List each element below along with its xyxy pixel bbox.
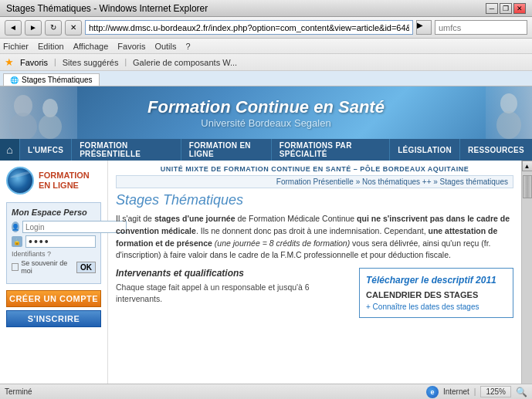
status-done: Terminé xyxy=(5,387,426,396)
col-left: Intervenants et qualifications Chaque st… xyxy=(116,268,351,318)
nav-home-button[interactable]: ⌂ xyxy=(0,139,19,161)
user-icon: 👤 xyxy=(12,221,19,232)
ok-button[interactable]: OK xyxy=(76,262,96,273)
nav-ressources[interactable]: RESSOURCES xyxy=(459,139,532,161)
menu-favoris[interactable]: Favoris xyxy=(117,42,145,51)
menu-outils[interactable]: Outils xyxy=(154,42,176,51)
stop-button[interactable]: ✕ xyxy=(65,20,82,36)
login-row: 👤 xyxy=(12,221,96,233)
remember-checkbox[interactable] xyxy=(12,263,19,271)
minimize-button[interactable]: ─ xyxy=(486,3,498,14)
zoom-level: 125% xyxy=(480,386,511,397)
favorites-star-icon: ★ xyxy=(5,56,14,68)
telecharger-title[interactable]: Télécharger le descriptif 2011 xyxy=(366,275,507,286)
calendrier-link[interactable]: + Connaître les dates des stages xyxy=(366,303,507,311)
header-main-title: Formation Continue en Santé xyxy=(0,97,532,117)
back-button[interactable]: ◄ xyxy=(5,20,22,36)
tab-bar: 🌐 Stages Thématiques xyxy=(0,71,532,86)
menu-edition[interactable]: Edition xyxy=(38,42,64,51)
browser-toolbar: ◄ ► ↻ ✕ ▶ xyxy=(0,17,532,39)
page-wrapper: Formation Continue en Santé Université B… xyxy=(0,86,532,399)
sinscrire-button[interactable]: S'inscrire xyxy=(6,310,101,327)
galerie-link[interactable]: Galerie de composants W... xyxy=(133,58,237,67)
menu-bar: Fichier Edition Affichage Favoris Outils… xyxy=(0,39,532,54)
zone-label: Internet xyxy=(443,387,469,396)
search-input[interactable] xyxy=(435,20,527,35)
ie-logo: e xyxy=(426,386,439,398)
calendrier-title: Calendrier des stages xyxy=(366,290,507,299)
identifiants-link[interactable]: Identifiants ? xyxy=(12,250,96,258)
header-subtitle: Université Bordeaux Segalen xyxy=(0,117,532,129)
menu-fichier[interactable]: Fichier xyxy=(3,42,29,51)
scroll-thumb[interactable] xyxy=(523,175,532,198)
content-right: UNITÉ MIXTE DE FORMATION CONTINUE EN SAN… xyxy=(108,161,521,399)
favorites-bar: ★ Favoris | Sites suggérés | Galerie de … xyxy=(0,54,532,71)
scroll-up-button[interactable]: ▲ xyxy=(522,161,533,171)
active-tab[interactable]: 🌐 Stages Thématiques xyxy=(3,73,100,86)
body-text: Il s'agit de stages d'une journée de For… xyxy=(116,213,513,262)
col-right: Télécharger le descriptif 2011 Calendrie… xyxy=(359,268,513,318)
remember-row: Se souvenir de moi OK xyxy=(12,259,96,275)
nav-umfcs[interactable]: L'UMFCS xyxy=(19,139,71,161)
main-content: FormaTion en Ligne Mon Espace Perso 👤 🔒 … xyxy=(0,161,521,399)
scrollbar[interactable]: ▲ ▼ xyxy=(521,161,532,399)
intervenants-text: Chaque stage fait appel à un responsable… xyxy=(116,282,351,304)
close-button[interactable]: ✕ xyxy=(513,3,526,14)
site-header: Formation Continue en Santé Université B… xyxy=(0,86,532,139)
browser-titlebar: Stages Thématiques - Windows Internet Ex… xyxy=(0,0,532,17)
formation-line1: FormaTion xyxy=(39,171,90,181)
go-button[interactable]: ▶ xyxy=(416,20,432,35)
password-row: 🔒 •••• xyxy=(12,235,96,248)
nav-formation-en-ligne[interactable]: FORMATION EN LIGNE xyxy=(181,139,271,161)
mon-espace-title: Mon Espace Perso xyxy=(12,208,96,217)
forward-button[interactable]: ► xyxy=(25,20,42,36)
scroll-track[interactable] xyxy=(522,171,533,388)
nav-formation-presentielle[interactable]: FORMATION PRÉSENTIELLE xyxy=(71,139,181,161)
status-zone: e Internet | 125% 🔍 xyxy=(426,386,527,398)
nav-formations-specialite[interactable]: FORMATIONS PAR SPÉCIALITÉ xyxy=(271,139,389,161)
menu-affichage[interactable]: Affichage xyxy=(73,42,109,51)
refresh-button[interactable]: ↻ xyxy=(45,20,62,36)
sites-suggeres-link[interactable]: Sites suggérés xyxy=(63,58,119,67)
window-controls: ─ ❐ ✕ xyxy=(486,3,526,14)
page-title: Stages Thématiques xyxy=(116,192,513,208)
formation-text: FormaTion en Ligne xyxy=(39,171,90,191)
globe-icon xyxy=(6,167,34,194)
formation-logo: FormaTion en Ligne xyxy=(6,167,101,194)
intervenants-title: Intervenants et qualifications xyxy=(116,268,351,279)
password-input[interactable]: •••• xyxy=(25,235,96,248)
creer-compte-button[interactable]: Créer un compte xyxy=(6,290,101,307)
status-bar: Terminé e Internet | 125% 🔍 xyxy=(0,384,532,399)
formation-line2: en Ligne xyxy=(39,181,90,191)
browser-title-text: Stages Thématiques - Windows Internet Ex… xyxy=(6,3,208,14)
nav-bar: ⌂ L'UMFCS FORMATION PRÉSENTIELLE FORMATI… xyxy=(0,139,532,161)
menu-help[interactable]: ? xyxy=(186,42,191,51)
nav-legislation[interactable]: LÉGISLATION xyxy=(389,139,459,161)
favorites-label[interactable]: Favoris xyxy=(20,58,48,67)
breadcrumb: Formation Présentielle » Nos thématiques… xyxy=(116,175,513,188)
header-text: Formation Continue en Santé Université B… xyxy=(0,97,532,129)
address-bar[interactable] xyxy=(85,20,413,35)
umfcs-title: UNITÉ MIXTE DE FORMATION CONTINUE EN SAN… xyxy=(116,165,513,173)
zoom-icon[interactable]: 🔍 xyxy=(516,387,527,397)
two-column-section: Intervenants et qualifications Chaque st… xyxy=(116,268,513,318)
mon-espace-perso: Mon Espace Perso 👤 🔒 •••• Identifiants ?… xyxy=(6,202,101,284)
remember-label: Se souvenir de moi xyxy=(21,259,74,275)
sidebar: FormaTion en Ligne Mon Espace Perso 👤 🔒 … xyxy=(0,161,108,399)
tab-icon: 🌐 xyxy=(10,76,19,84)
content-area: FormaTion en Ligne Mon Espace Perso 👤 🔒 … xyxy=(0,161,532,399)
tab-label: Stages Thématiques xyxy=(22,76,93,84)
lock-icon: 🔒 xyxy=(12,236,22,247)
restore-button[interactable]: ❐ xyxy=(500,3,512,14)
